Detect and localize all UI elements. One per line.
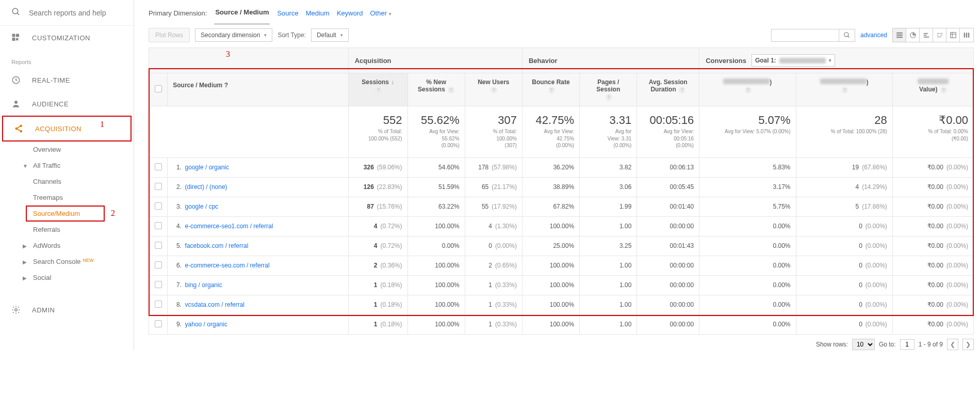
sidebar-customization[interactable]: CUSTOMIZATION — [0, 26, 134, 50]
col-new-sessions[interactable]: % New Sessions ? — [407, 73, 465, 106]
cell-new-users: 55(17.92%) — [465, 197, 522, 216]
col-pages-session[interactable]: Pages / Session? — [580, 73, 637, 106]
cell-new-users: 1(0.33%) — [465, 275, 522, 295]
row-checkbox[interactable] — [149, 314, 168, 334]
dim-source[interactable]: Source — [277, 9, 298, 17]
secondary-dimension-select[interactable]: Secondary dimension▾ — [195, 28, 272, 42]
group-acquisition: Acquisition — [348, 48, 522, 73]
plot-rows-button[interactable]: Plot Rows — [149, 28, 190, 42]
col-goal-completions[interactable]: )? — [796, 73, 892, 106]
sub-social[interactable]: ▶Social — [0, 270, 134, 286]
row-checkbox[interactable] — [149, 256, 168, 275]
view-cloud-icon[interactable] — [960, 28, 973, 42]
dim-medium[interactable]: Medium — [306, 9, 330, 17]
sub-overview[interactable]: Overview — [0, 141, 134, 157]
row-checkbox[interactable] — [149, 216, 168, 236]
advanced-link[interactable]: advanced — [860, 31, 887, 39]
cell-goal-completions: 0(0.00%) — [796, 236, 892, 256]
goal-selector[interactable]: Goal 1: ▾ — [752, 54, 835, 67]
help-icon[interactable]: ? — [224, 82, 228, 89]
prev-page-button[interactable]: ❮ — [947, 339, 958, 350]
svg-rect-21 — [923, 35, 926, 36]
sub-search-console[interactable]: ▶Search ConsoleNEW — [0, 254, 134, 270]
table-search-button[interactable] — [839, 29, 855, 41]
cell-new-users: 65(21.17%) — [465, 177, 522, 197]
svg-rect-18 — [896, 37, 903, 38]
row-checkbox[interactable] — [149, 177, 168, 197]
col-bounce-rate[interactable]: Bounce Rate? — [522, 73, 579, 106]
cell-duration: 00:00:00 — [637, 295, 699, 314]
col-new-users[interactable]: New Users? — [465, 73, 522, 106]
col-source-medium[interactable]: Source / Medium ? — [168, 73, 348, 106]
svg-rect-23 — [950, 33, 956, 38]
table-row: 4. e-commerce-seo1.com / referral4(0.72%… — [149, 216, 974, 236]
row-source-medium[interactable]: 8. vcsdata.com / referral — [168, 295, 348, 314]
sidebar-realtime[interactable]: REAL-TIME — [0, 68, 134, 92]
view-comparison-icon[interactable] — [933, 28, 946, 42]
cell-bounce: 100.00% — [522, 216, 579, 236]
help-icon[interactable]: ? — [940, 87, 947, 93]
sub-referrals[interactable]: Referrals — [0, 222, 134, 238]
cell-duration: 00:01:40 — [637, 197, 699, 216]
next-page-button[interactable]: ❯ — [962, 339, 974, 350]
cell-bounce: 67.82% — [522, 197, 579, 216]
view-data-icon[interactable] — [893, 28, 906, 42]
cell-goal-completions: 0(0.00%) — [796, 314, 892, 334]
row-checkbox[interactable] — [149, 295, 168, 314]
svg-point-10 — [20, 131, 22, 132]
cell-bounce: 100.00% — [522, 275, 579, 295]
col-avg-duration[interactable]: Avg. Session Duration ? — [637, 73, 699, 106]
sort-type-select[interactable]: Default▾ — [311, 28, 349, 42]
sidebar-audience[interactable]: AUDIENCE — [0, 92, 134, 116]
row-source-medium[interactable]: 9. yahoo / organic — [168, 314, 348, 334]
row-checkbox[interactable] — [149, 275, 168, 295]
svg-line-15 — [848, 36, 850, 38]
sidebar-acquisition[interactable]: ACQUISITION — [3, 117, 130, 140]
col-goal-rate[interactable]: )? — [699, 73, 796, 106]
row-source-medium[interactable]: 2. (direct) / (none) — [168, 177, 348, 197]
row-source-medium[interactable]: 6. e-commerce-seo.com / referral — [168, 256, 348, 275]
help-icon[interactable]: ? — [491, 87, 497, 93]
sub-treemaps[interactable]: Treemaps — [0, 190, 134, 206]
table-search-input[interactable] — [772, 29, 839, 41]
table-row: 6. e-commerce-seo.com / referral2(0.36%)… — [149, 256, 974, 275]
sidebar-admin[interactable]: ADMIN — [0, 298, 134, 322]
row-checkbox[interactable] — [149, 236, 168, 256]
row-source-medium[interactable]: 1. google / organic — [168, 157, 348, 177]
view-pivot-icon[interactable] — [946, 28, 960, 42]
sub-source-medium[interactable]: Source/Medium 2 — [26, 206, 105, 222]
view-bar-icon[interactable] — [920, 28, 933, 42]
sub-all-traffic[interactable]: ▼All Traffic — [0, 157, 134, 174]
sidebar-label: AUDIENCE — [32, 100, 69, 108]
dim-source-medium[interactable]: Source / Medium — [214, 8, 270, 25]
help-icon[interactable]: ? — [606, 94, 612, 101]
search-input[interactable] — [28, 8, 121, 18]
dim-keyword[interactable]: Keyword — [337, 9, 363, 17]
row-checkbox[interactable] — [149, 197, 168, 216]
row-source-medium[interactable]: 3. google / cpc — [168, 197, 348, 216]
cell-goal-value: ₹0.00(0.00%) — [892, 236, 973, 256]
group-behavior: Behavior — [522, 48, 699, 73]
goto-input[interactable] — [900, 339, 914, 350]
select-all-checkbox[interactable] — [149, 73, 168, 106]
view-pie-icon[interactable] — [906, 28, 920, 42]
row-checkbox[interactable] — [149, 157, 168, 177]
col-sessions[interactable]: Sessions↓? — [348, 73, 407, 106]
blurred-text — [779, 58, 826, 64]
sub-channels[interactable]: Channels — [0, 174, 134, 190]
sub-adwords[interactable]: ▶AdWords — [0, 238, 134, 254]
help-icon[interactable]: ? — [679, 87, 685, 93]
help-icon[interactable]: ? — [745, 87, 752, 93]
cell-duration: 00:05:45 — [637, 177, 699, 197]
help-icon[interactable]: ? — [548, 87, 555, 93]
row-source-medium[interactable]: 4. e-commerce-seo1.com / referral — [168, 216, 348, 236]
help-icon[interactable]: ? — [448, 87, 454, 93]
dim-other[interactable]: Other ▾ — [370, 9, 391, 17]
help-icon[interactable]: ? — [841, 87, 848, 93]
svg-rect-26 — [964, 33, 965, 37]
help-icon[interactable]: ? — [375, 87, 382, 93]
row-source-medium[interactable]: 7. bing / organic — [168, 275, 348, 295]
row-source-medium[interactable]: 5. facebook.com / referral — [168, 236, 348, 256]
rows-per-page-select[interactable]: 10 — [852, 339, 875, 350]
col-goal-value[interactable]: Value) ? — [892, 73, 973, 106]
